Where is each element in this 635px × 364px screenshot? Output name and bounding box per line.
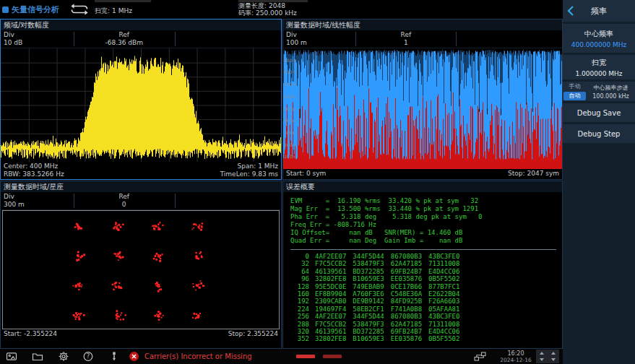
minimized-marker[interactable]	[296, 355, 315, 358]
constellation-title: 测量数据时域/星座	[1, 181, 281, 192]
div-value: 10 dB	[4, 39, 22, 47]
status-error-message[interactable]: Carrier(s) Incorrect or Missing	[129, 351, 252, 362]
panel-error-summary[interactable]: 误差概要 EVM = 16.190 %rms 33.420 % pk at sy…	[282, 181, 563, 349]
sweep-value: 1 MHz	[112, 7, 132, 14]
meas-length-value: 2048	[269, 2, 285, 9]
constellation-footer: Start: -2.355224 Stop: 2.355224	[1, 329, 281, 348]
error-circle-icon	[129, 351, 139, 362]
ref-value: 1	[367, 39, 445, 47]
start-readout: Start: 0 sym	[286, 170, 326, 178]
div-label: Div	[4, 31, 22, 39]
folder-icon[interactable]	[32, 351, 43, 364]
rbw-readout: RBW: 383.5266 Hz	[4, 170, 64, 178]
time-mag-footer: Start: 0 sym Stop: 2047 sym	[283, 169, 562, 179]
sidebar-header: 频率	[563, 0, 635, 22]
spectrum-footer: Center: 400 MHzRBW: 383.5266 Hz Span: 1 …	[1, 162, 281, 179]
header-divider	[355, 32, 356, 46]
div-label: Div	[286, 31, 307, 39]
stop-readout: Stop: 2047 sym	[508, 170, 559, 178]
cf-step-label: 中心频率步进	[594, 84, 628, 92]
hex-dump: 04AF2EE07344F5D44867080B343BC3FE032F7C5C…	[290, 249, 556, 343]
status-bar: ? Carrier(s) Incorrect or Missing	[0, 349, 563, 364]
measurement-readout: 测量长度:2048 码率:250.000 kHz	[238, 2, 299, 17]
arrow-down-icon	[540, 358, 544, 361]
header-divider	[74, 32, 74, 46]
debug-save-button[interactable]: Debug Save	[563, 103, 635, 122]
span-value: 1.000000 MHz	[575, 70, 622, 77]
cf-step-value-button[interactable]: 中心频率步进 100.000 kHz	[587, 82, 635, 101]
error-lines: EVM = 16.190 %rms 33.420 % pk at sym 32M…	[290, 197, 562, 245]
time-mag-header: Div100 m Ref1	[283, 30, 562, 48]
ref-label: Ref	[85, 31, 163, 39]
symbol-rate-value: 250.000 kHz	[256, 9, 297, 17]
ref-value: -68.36 dBm	[85, 39, 163, 47]
timelen-readout: TimeLen: 9.83 ms	[220, 170, 278, 178]
main-content: 矢量信号分析 扫宽:1 MHz 测量长度:2048 码率:250.000 kHz	[0, 0, 563, 364]
constellation-plot	[2, 210, 280, 329]
date-text: 2024-12-16	[500, 357, 532, 363]
nav-arrows-box[interactable]	[536, 350, 559, 363]
div-value: 100 m	[286, 39, 307, 47]
panel-spectrum[interactable]: 频域/对数幅度 Div10 dB Ref-68.36 dBm Center: 4…	[0, 19, 282, 180]
error-text: Carrier(s) Incorrect or Missing	[144, 352, 252, 360]
sweep-label: 扫宽:	[95, 7, 110, 14]
panel-time-magnitude[interactable]: 测量数据时域/线性幅度 Div100 m Ref1 900m800m700m60…	[282, 19, 563, 180]
time-mag-title: 测量数据时域/线性幅度	[283, 20, 562, 30]
start-readout: Start: -2.355224	[4, 330, 57, 338]
manual-option[interactable]: 手动	[563, 82, 587, 91]
ref-label: Ref	[367, 31, 445, 39]
arrow-up-icon	[551, 352, 556, 355]
screenshot-icon[interactable]	[6, 351, 17, 364]
debug-step-button[interactable]: Debug Step	[563, 124, 635, 143]
div-label: Div	[4, 193, 25, 201]
center-frequency-value: 400.000000 MHz	[571, 41, 627, 48]
app-title: 矢量信号分析	[2, 4, 59, 15]
arrow-down-icon	[551, 358, 556, 361]
header-divider	[175, 32, 176, 46]
header-divider	[456, 32, 457, 46]
spectrum-trace-canvas	[1, 48, 281, 162]
span-readout: Span: 1 MHz	[220, 162, 278, 170]
frequency-menu-sidebar: 频率 中心频率 400.000000 MHz 扫宽 1.000000 MHz 手…	[563, 0, 635, 364]
svg-text:?: ?	[87, 352, 90, 360]
error-summary-body: EVM = 16.190 %rms 33.420 % pk at sym 32M…	[283, 192, 562, 348]
meas-length-label: 测量长度:	[238, 2, 267, 9]
screwdriver-icon[interactable]	[108, 351, 120, 364]
gear-icon[interactable]	[58, 351, 69, 364]
back-chevron-icon[interactable]	[567, 5, 574, 20]
div-value: 300 m	[4, 201, 25, 209]
error-summary-title: 误差概要	[283, 181, 562, 192]
center-freq-readout: Center: 400 MHz	[4, 162, 64, 170]
remote-connection-icon[interactable]	[474, 351, 487, 364]
help-icon[interactable]: ?	[82, 351, 94, 364]
constellation-canvas	[3, 211, 279, 329]
panel-constellation[interactable]: 测量数据时域/星座 Div300 m Ref0 Start: -2.355224…	[0, 181, 282, 349]
minimized-marker[interactable]	[323, 355, 342, 358]
symbol-rate-label: 码率:	[238, 9, 254, 17]
clipped-text-artifact	[95, 0, 151, 2]
app-logo-icon	[2, 6, 9, 13]
auto-option-selected[interactable]: 自动	[563, 92, 586, 101]
spectrum-plot	[1, 48, 281, 162]
spectrum-title: 频域/对数幅度	[1, 20, 281, 30]
time-text: 16:20	[500, 350, 532, 357]
panel-grid: 频域/对数幅度 Div10 dB Ref-68.36 dBm Center: 4…	[0, 19, 563, 349]
center-frequency-button[interactable]: 中心频率 400.000000 MHz	[563, 24, 635, 53]
sweep-readout: 扫宽:1 MHz	[95, 6, 134, 16]
constellation-header: Div300 m Ref0	[1, 192, 281, 210]
header-divider	[74, 194, 74, 208]
app-title-text: 矢量信号分析	[12, 4, 59, 15]
ref-label: Ref	[85, 193, 163, 201]
span-label: 扫宽	[592, 58, 606, 68]
continuous-sweep-icon[interactable]	[69, 3, 90, 19]
span-button[interactable]: 扫宽 1.000000 MHz	[563, 55, 635, 79]
vsa-screen: 矢量信号分析 扫宽:1 MHz 测量长度:2048 码率:250.000 kHz	[0, 0, 635, 364]
debug-save-label: Debug Save	[577, 109, 621, 117]
debug-step-label: Debug Step	[578, 130, 621, 138]
cf-step-button: 手动 自动 中心频率步进 100.000 kHz	[563, 82, 635, 101]
manual-auto-toggle: 手动 自动	[563, 82, 587, 101]
cf-step-value: 100.000 kHz	[592, 93, 628, 100]
top-bar: 矢量信号分析 扫宽:1 MHz 测量长度:2048 码率:250.000 kHz	[0, 0, 563, 19]
stop-readout: Stop: 2.355224	[228, 330, 278, 338]
ref-value: 0	[85, 201, 163, 209]
